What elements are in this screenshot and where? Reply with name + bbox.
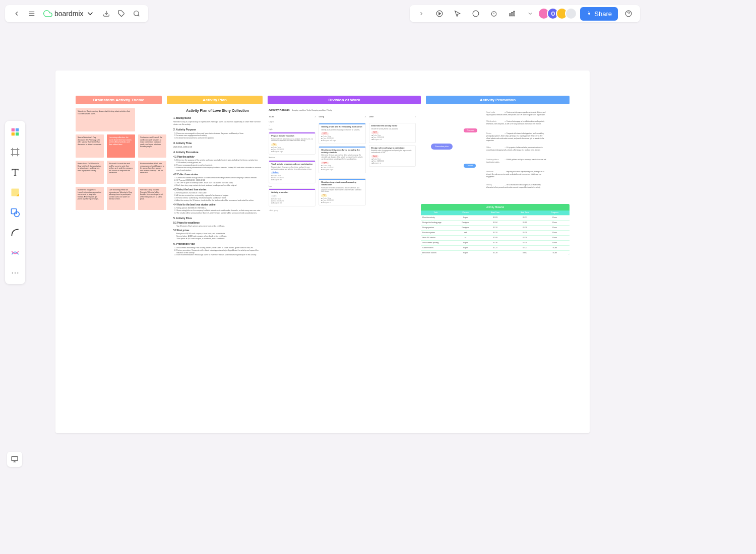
- mm-leaf[interactable]: Partner — Cooperate with relevant indust…: [486, 132, 547, 142]
- connector-tool[interactable]: [8, 246, 22, 260]
- kanban-group: High: [269, 128, 316, 131]
- svg-point-30: [15, 272, 16, 273]
- plan-list: Determine the purpose of the activity an…: [173, 159, 262, 171]
- sticky-note[interactable]: Flash show: On Valentine's Day, hold fla…: [76, 161, 104, 184]
- mm-branch[interactable]: Channels: [464, 128, 477, 132]
- shape-tool[interactable]: [8, 205, 22, 220]
- svg-rect-27: [12, 209, 17, 214]
- download-button[interactable]: [99, 6, 114, 21]
- comment-button[interactable]: [468, 6, 483, 21]
- back-button[interactable]: [9, 6, 24, 21]
- kanban-group: Low: [269, 185, 316, 188]
- plan-subheading: 4.3 Select the best love stories: [173, 188, 262, 191]
- svg-rect-11: [510, 14, 511, 16]
- mm-branch[interactable]: Content: [464, 164, 476, 168]
- presentation-button[interactable]: [7, 452, 22, 467]
- cursor-button[interactable]: [450, 6, 465, 21]
- kanban-card[interactable]: Determine the activity themeDecide the a…: [369, 123, 416, 143]
- help-button[interactable]: [621, 6, 636, 21]
- svg-marker-7: [439, 13, 441, 15]
- topbar-left: boardmix: [5, 5, 148, 22]
- menu-button[interactable]: [24, 6, 39, 21]
- kanban-card[interactable]: Track activity progress and user partici…: [269, 160, 316, 183]
- sticky-note[interactable]: Live streaming: Hold live streaming on V…: [107, 187, 135, 210]
- material-row: Announce awardsSugar02.2803.02To-do: [421, 250, 570, 255]
- mm-leaf[interactable]: Official website — Create a feature page…: [486, 120, 547, 125]
- mindmap[interactable]: Promotion plan Channels Content Social m…: [421, 108, 570, 199]
- canvas[interactable]: Brainstorm Activity Theme Activity Plan …: [55, 71, 590, 433]
- kanban-column: Activity Kanban Grouping condition: To-d…: [269, 108, 416, 256]
- plan-heading: 5. Activity Prize: [173, 217, 262, 220]
- tool-sidebar: [5, 121, 25, 284]
- mm-leaf[interactable]: Interaction — Regularly post stories of …: [486, 171, 547, 178]
- mm-leaf[interactable]: Sharing — Set a share button to encourag…: [486, 184, 547, 189]
- svg-line-5: [138, 15, 139, 17]
- kanban-card[interactable]: Design rules and ways to participateEsta…: [369, 145, 416, 167]
- sticky-note[interactable]: Confession wall: Launch the confession w…: [138, 134, 166, 158]
- templates-tool[interactable]: [8, 125, 22, 139]
- presentation-icon: [11, 455, 19, 463]
- mm-leaf[interactable]: Offline — Put up posters, leaflets and o…: [486, 147, 547, 152]
- frame-tool[interactable]: [8, 145, 22, 159]
- brand[interactable]: boardmix: [39, 9, 99, 18]
- plan-subheading: 4.4 Vote for the best love stories onlin…: [173, 203, 262, 206]
- mm-root[interactable]: Promotion plan: [431, 144, 453, 150]
- more-tools[interactable]: [8, 266, 22, 280]
- svg-rect-13: [514, 11, 515, 16]
- sticky-note[interactable]: Valentine's Day games: Launch interactiv…: [76, 187, 104, 210]
- avatar[interactable]: [565, 8, 577, 20]
- tag-button[interactable]: [114, 6, 129, 21]
- cloud-icon: [43, 9, 52, 18]
- more-button[interactable]: [523, 6, 538, 21]
- material-row: Purchase prizesred01.1001.10Done: [421, 230, 570, 235]
- material-row: Plan the activitySugar01.0301.27Done: [421, 215, 570, 220]
- material-row: Write PR articlesxx02.0902.10Done: [421, 235, 570, 240]
- mm-leaf[interactable]: Creation guidance — Publish guidance and…: [486, 159, 547, 164]
- text-tool[interactable]: [8, 165, 22, 179]
- svg-point-31: [17, 272, 18, 273]
- expand-button[interactable]: [414, 6, 429, 21]
- sticky-note[interactable]: Wish wall: Launch the wish wall for user…: [107, 161, 135, 184]
- sticky-note[interactable]: Restaurant short: Work with restaurants …: [138, 161, 166, 184]
- avatars[interactable]: O: [541, 8, 577, 20]
- line-tool[interactable]: [8, 226, 22, 240]
- kanban-col-doing: Doing3 Identify prizes and the rewarding…: [319, 114, 365, 212]
- add-group[interactable]: + Add group: [269, 210, 316, 212]
- kanban-card[interactable]: Develop story selection and screening me…: [319, 178, 365, 205]
- timer-button[interactable]: [486, 6, 501, 21]
- kanban-col-done: Done2 Determine the activity themeDecide…: [369, 114, 416, 212]
- plan-list: Social media marketing: Post activity po…: [173, 247, 262, 257]
- chart-button[interactable]: [505, 6, 520, 21]
- kanban-col-head: To-do3: [269, 114, 316, 119]
- share-button[interactable]: Share: [580, 7, 618, 21]
- kanban-card[interactable]: Activity promotionLow⦿ To-do: To-do⦿ Tim…: [269, 188, 316, 206]
- plan-text: Valentine's Day is a special day to expr…: [173, 121, 262, 126]
- search-button[interactable]: [129, 6, 144, 21]
- play-button[interactable]: [432, 6, 447, 21]
- plan-text: 2023.02.01–2023.02.28: [173, 146, 262, 149]
- kanban-group: Urgent: [269, 121, 316, 123]
- sticky-note[interactable]: Valentine's Day bundles: Promote Valenti…: [138, 187, 166, 210]
- sticky-intro[interactable]: Valentine's Day is coming, please start …: [76, 108, 135, 131]
- plan-text: Top 10 stories: Each winner gets a love …: [173, 225, 262, 228]
- svg-rect-18: [12, 132, 15, 135]
- svg-point-28: [14, 212, 19, 217]
- plan-subheading: 5.1 Prizes for excellence: [173, 222, 262, 225]
- chevron-down-icon: [86, 9, 95, 18]
- plan-subheading: 4.1 Plan the activity: [173, 156, 262, 159]
- kanban-title-text: Activity Kanban: [269, 108, 290, 112]
- plan-heading: 1. Background: [173, 116, 262, 120]
- plan-heading: 4. Activity Procedure: [173, 151, 262, 154]
- kanban-card[interactable]: Prepare activity materialsPrepare releva…: [269, 132, 316, 155]
- kanban-card[interactable]: Develop activity procedures, including t…: [319, 146, 365, 173]
- plan-heading: 3. Activity Time: [173, 142, 262, 145]
- sticky-note[interactable]: Special Valentine's Day discounts: On Fe…: [76, 134, 104, 158]
- mm-leaf[interactable]: Social media — Create an activity page o…: [486, 111, 547, 116]
- kanban-card[interactable]: Identify prizes and the rewarding mechan…: [319, 123, 365, 144]
- share-icon: [586, 11, 592, 17]
- plan-title: Activity Plan of Love Story Collection: [173, 108, 262, 113]
- sticky-note[interactable]: Love story collection: Let users share t…: [107, 134, 135, 158]
- section-promotion: Activity Promotion: [426, 96, 570, 104]
- sticky-tool[interactable]: [8, 185, 22, 199]
- kanban-col-head: Doing3: [319, 114, 365, 119]
